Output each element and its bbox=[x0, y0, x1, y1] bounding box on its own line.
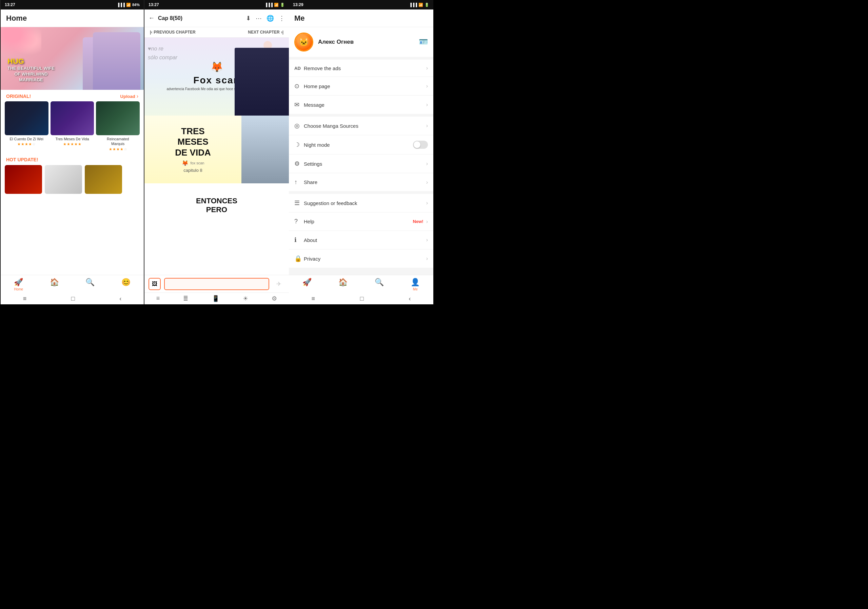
menu-settings[interactable]: ⚙ Settings › bbox=[289, 155, 433, 173]
username: Алекс Огнев bbox=[318, 39, 414, 45]
status-bar-reader: 13:27 ▐▐▐ 📶 🔋 bbox=[144, 0, 289, 9]
hot-card-3[interactable] bbox=[85, 165, 122, 194]
upload-label: Upload bbox=[120, 94, 135, 99]
more-icon[interactable]: ⋮ bbox=[279, 15, 285, 22]
prev-arrow: |‹ bbox=[150, 30, 152, 34]
home-banner: HUG THE BEAUTIFUL WIFEOF WHIRLWINDMARRIA… bbox=[1, 27, 144, 90]
next-chapter-btn[interactable]: NEXT CHAPTER ›| bbox=[248, 30, 284, 34]
feedback-icon: ☰ bbox=[294, 199, 304, 207]
share-icon: ↑ bbox=[294, 179, 304, 186]
section-arrow: › bbox=[136, 93, 138, 99]
me-menu-btn[interactable]: ≡ bbox=[311, 295, 315, 302]
me-title: Me bbox=[294, 14, 305, 23]
menu-remove-ads[interactable]: AD Remove the ads › bbox=[289, 60, 433, 77]
prev-chapter-btn[interactable]: |‹ PREVIOUS CHAPTER bbox=[150, 30, 195, 34]
nav-home[interactable]: 🚀 Home bbox=[14, 278, 23, 291]
menu-privacy[interactable]: 🔒 Privacy › bbox=[289, 249, 433, 268]
me-scroll-area[interactable]: 🐱 Алекс Огнев 🪪 AD Remove the ads › ⊙ Ho… bbox=[289, 27, 433, 275]
menu-section-3: ☰ Suggestion or feedback › ? Help New! ›… bbox=[289, 194, 433, 268]
next-label: NEXT CHAPTER bbox=[248, 30, 279, 34]
tres-line2: MESES bbox=[177, 137, 208, 147]
settings-label: Settings bbox=[304, 161, 426, 167]
homepage-arrow: › bbox=[426, 83, 428, 89]
share-arrow: › bbox=[426, 179, 428, 185]
privacy-icon: 🔒 bbox=[294, 255, 304, 262]
privacy-label: Privacy bbox=[304, 256, 426, 262]
time-me: 13:29 bbox=[293, 2, 304, 7]
system-nav-home: ≡ □ ‹ bbox=[1, 292, 144, 304]
me-nav-me[interactable]: 👤 Me bbox=[411, 278, 420, 291]
me-nav-search[interactable]: 🔍 bbox=[375, 278, 384, 291]
profile-edit-icon[interactable]: 🪪 bbox=[419, 38, 428, 46]
manga-card-2[interactable]: Tres Meses De Vida ★ ★ ★ ★ ★ bbox=[51, 101, 94, 151]
back-button[interactable]: ← bbox=[149, 15, 155, 22]
fox-icon: 🦊 bbox=[211, 61, 223, 73]
original-label: ORIGINAL! bbox=[6, 94, 31, 99]
about-arrow: › bbox=[426, 237, 428, 243]
menu-about[interactable]: ℹ About › bbox=[289, 231, 433, 249]
menu-section-2: ◎ Choose Manga Sources › ☽ Night mode ⚙ … bbox=[289, 117, 433, 191]
fox-scan-credit: 🦊 fox scan bbox=[182, 160, 205, 166]
reader-brightness-btn[interactable]: ☀ bbox=[243, 295, 248, 302]
library-icon: 🏠 bbox=[50, 278, 59, 287]
avatar: 🐱 bbox=[295, 34, 312, 51]
home-btn[interactable]: □ bbox=[71, 295, 75, 302]
me-nav-lib[interactable]: 🏠 bbox=[338, 278, 347, 291]
menu-manga-sources[interactable]: ◎ Choose Manga Sources › bbox=[289, 117, 433, 135]
hot-card-1[interactable] bbox=[5, 165, 42, 194]
nav-library[interactable]: 🏠 bbox=[50, 278, 59, 291]
menu-btn[interactable]: ≡ bbox=[23, 295, 27, 302]
me-back-btn[interactable]: ‹ bbox=[409, 295, 411, 302]
share-label: Share bbox=[304, 179, 426, 185]
reader-bottom-bar: 🖼 ✈ bbox=[144, 275, 289, 292]
reader-settings-btn[interactable]: ⚙ bbox=[271, 295, 277, 302]
wifi-icon: 📶 bbox=[126, 3, 131, 7]
home-nav-label: Home bbox=[14, 287, 23, 291]
menu-feedback[interactable]: ☰ Suggestion or feedback › bbox=[289, 194, 433, 212]
back-btn[interactable]: ‹ bbox=[119, 295, 121, 302]
tres-line1: TRES bbox=[181, 126, 205, 137]
me-nav-icons: 🚀 🏠 🔍 👤 Me bbox=[289, 275, 433, 292]
manga-card-1[interactable]: El Cuento De Zi Wei ★ ★ ★ ★ ☆ bbox=[5, 101, 48, 151]
comment-input[interactable] bbox=[164, 278, 269, 290]
hot-card-2[interactable] bbox=[45, 165, 82, 194]
me-header: Me bbox=[289, 9, 433, 27]
sources-icon: ◎ bbox=[294, 122, 304, 130]
message-icon: ✉ bbox=[294, 101, 304, 108]
sources-arrow: › bbox=[426, 123, 428, 129]
nav-me[interactable]: 😊 bbox=[121, 278, 130, 291]
chapter-nav: |‹ PREVIOUS CHAPTER NEXT CHAPTER ›| bbox=[144, 27, 289, 38]
image-button[interactable]: 🖼 bbox=[149, 278, 161, 290]
menu-help[interactable]: ? Help New! › bbox=[289, 212, 433, 231]
avatar-emoji: 🐱 bbox=[299, 37, 309, 47]
menu-share[interactable]: ↑ Share › bbox=[289, 173, 433, 191]
send-button[interactable]: ✈ bbox=[273, 278, 285, 290]
menu-night-mode[interactable]: ☽ Night mode bbox=[289, 135, 433, 155]
manga-page-foxscan: ♥no resólo compar 🦊 Fox scan advertencia… bbox=[144, 38, 289, 116]
message-label: Message bbox=[304, 102, 426, 108]
menu-home-page[interactable]: ⊙ Home page › bbox=[289, 77, 433, 96]
sources-label: Choose Manga Sources bbox=[304, 123, 426, 129]
avatar-wrap[interactable]: 🐱 bbox=[294, 32, 313, 51]
manga-pages[interactable]: ♥no resólo compar 🦊 Fox scan advertencia… bbox=[144, 38, 289, 275]
help-icon: ? bbox=[294, 218, 304, 225]
download-icon[interactable]: ⬇ bbox=[246, 15, 251, 22]
manga-card-3[interactable]: ReincarnatedMarquis ★ ★ ★ ★ ☆ bbox=[96, 101, 140, 151]
status-icons-reader: ▐▐▐ 📶 🔋 bbox=[265, 3, 285, 7]
globe-icon[interactable]: 🌐 bbox=[267, 15, 274, 22]
manga-grid: El Cuento De Zi Wei ★ ★ ★ ★ ☆ Tres Meses… bbox=[1, 101, 144, 155]
me-search-icon: 🔍 bbox=[375, 278, 384, 287]
me-nav-home[interactable]: 🚀 bbox=[302, 278, 312, 291]
me-nav-icon: 😊 bbox=[121, 278, 130, 287]
night-toggle[interactable] bbox=[413, 141, 428, 149]
comment-icon[interactable]: ⋯ bbox=[256, 15, 262, 22]
me-home-btn[interactable]: □ bbox=[360, 295, 364, 302]
reader-list-btn[interactable]: ≣ bbox=[183, 295, 188, 302]
menu-message[interactable]: ✉ Message › bbox=[289, 96, 433, 114]
reader-phone-btn[interactable]: 📱 bbox=[212, 295, 219, 302]
reader-menu-btn[interactable]: ≡ bbox=[156, 295, 160, 302]
banner-subtitle: THE BEAUTIFUL WIFEOF WHIRLWINDMARRIAGE bbox=[8, 66, 54, 83]
nav-search[interactable]: 🔍 bbox=[85, 278, 95, 291]
settings-icon: ⚙ bbox=[294, 160, 304, 167]
upload-row[interactable]: Upload › bbox=[120, 93, 138, 99]
